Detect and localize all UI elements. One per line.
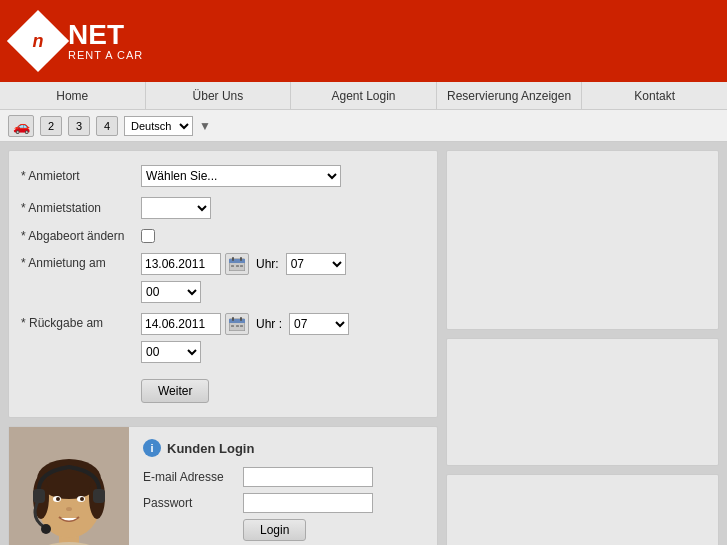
svg-rect-12 xyxy=(236,325,239,327)
return-date-controls: Uhr : 07080910 xyxy=(141,313,349,335)
login-title-row: i Kunden Login xyxy=(143,439,423,457)
step-3-btn[interactable]: 3 xyxy=(68,116,90,136)
pickup-location-label: Anmietort xyxy=(21,169,141,183)
login-panel: i Kunden Login E-mail Adresse Passwort L… xyxy=(8,426,438,545)
pickup-location-select[interactable]: Wählen Sie... xyxy=(141,165,341,187)
return-date-row: Rückgabe am xyxy=(21,313,425,363)
return-change-label: Abgabeort ändern xyxy=(21,229,141,243)
logo-container: n NET RENT A CAR xyxy=(16,19,143,63)
pickup-location-row: Anmietort Wählen Sie... xyxy=(21,165,425,187)
svg-rect-10 xyxy=(240,317,242,321)
return-change-row: Abgabeort ändern xyxy=(21,229,425,243)
chevron-down-icon: ▼ xyxy=(199,119,211,133)
login-content: i Kunden Login E-mail Adresse Passwort L… xyxy=(129,427,437,545)
logo-diamond: n xyxy=(7,10,69,72)
pickup-minute-row: 00153045 xyxy=(141,281,346,303)
nav-agent-login[interactable]: Agent Login xyxy=(291,82,437,109)
pickup-station-row: Anmietstation xyxy=(21,197,425,219)
right-panel-bot xyxy=(446,474,719,546)
right-column xyxy=(446,150,719,545)
password-label: Passwort xyxy=(143,496,243,510)
right-panel-mid xyxy=(446,338,719,466)
pickup-date-row: Anmietung am xyxy=(21,253,425,303)
weiter-button[interactable]: Weiter xyxy=(141,379,209,403)
svg-rect-8 xyxy=(229,319,245,323)
info-icon: i xyxy=(143,439,161,457)
svg-point-28 xyxy=(41,524,51,534)
step-4-btn[interactable]: 4 xyxy=(96,116,118,136)
svg-point-25 xyxy=(66,507,72,511)
svg-rect-4 xyxy=(231,265,234,267)
step-2-btn[interactable]: 2 xyxy=(40,116,62,136)
return-change-controls xyxy=(141,229,155,243)
language-select[interactable]: Deutsch English Français xyxy=(124,116,193,136)
pickup-date-label: Anmietung am xyxy=(21,253,141,270)
svg-rect-11 xyxy=(231,325,234,327)
main-content: Anmietort Wählen Sie... Anmietstation xyxy=(0,142,727,545)
pickup-minute-select[interactable]: 00153045 xyxy=(141,281,201,303)
svg-rect-13 xyxy=(240,325,243,327)
nav: Home Über Uns Agent Login Reservierung A… xyxy=(0,82,727,110)
return-date-label: Rückgabe am xyxy=(21,313,141,330)
toolbar: 🚗 2 3 4 Deutsch English Français ▼ xyxy=(0,110,727,142)
logo-name: NET xyxy=(68,21,143,49)
svg-rect-2 xyxy=(232,257,234,261)
svg-rect-5 xyxy=(236,265,239,267)
right-panel-top xyxy=(446,150,719,330)
return-uhr-label: Uhr : xyxy=(256,317,282,331)
svg-rect-6 xyxy=(240,265,243,267)
pickup-date-input[interactable] xyxy=(141,253,221,275)
email-input[interactable] xyxy=(243,467,373,487)
login-button[interactable]: Login xyxy=(243,519,306,541)
pickup-date-block: Uhr: 07080910 00153045 xyxy=(141,253,346,303)
pickup-date-controls: Uhr: 07080910 xyxy=(141,253,346,275)
booking-form: Anmietort Wählen Sie... Anmietstation xyxy=(8,150,438,418)
header: n NET RENT A CAR xyxy=(0,0,727,82)
pickup-station-select[interactable] xyxy=(141,197,211,219)
pickup-station-label: Anmietstation xyxy=(21,201,141,215)
return-date-input[interactable] xyxy=(141,313,221,335)
svg-rect-27 xyxy=(93,489,105,503)
pickup-location-controls: Wählen Sie... xyxy=(141,165,341,187)
logo-text-group: NET RENT A CAR xyxy=(68,21,143,61)
nav-contact[interactable]: Kontakt xyxy=(582,82,727,109)
return-hour-select[interactable]: 07080910 xyxy=(289,313,349,335)
pickup-calendar-icon[interactable] xyxy=(225,253,249,275)
pickup-hour-select[interactable]: 07080910 xyxy=(286,253,346,275)
return-date-block: Uhr : 07080910 00153045 xyxy=(141,313,349,363)
password-input[interactable] xyxy=(243,493,373,513)
return-calendar-icon[interactable] xyxy=(225,313,249,335)
logo-subtitle: RENT A CAR xyxy=(68,49,143,61)
svg-rect-1 xyxy=(229,259,245,263)
svg-rect-3 xyxy=(240,257,242,261)
svg-rect-9 xyxy=(232,317,234,321)
nav-about[interactable]: Über Uns xyxy=(146,82,292,109)
password-row: Passwort xyxy=(143,493,423,513)
svg-point-24 xyxy=(80,497,84,501)
pickup-station-controls xyxy=(141,197,211,219)
return-minute-select[interactable]: 00153045 xyxy=(141,341,201,363)
svg-point-23 xyxy=(56,497,60,501)
email-label: E-mail Adresse xyxy=(143,470,243,484)
pickup-uhr-label: Uhr: xyxy=(256,257,279,271)
login-title: Kunden Login xyxy=(167,441,254,456)
nav-home[interactable]: Home xyxy=(0,82,146,109)
return-change-checkbox[interactable] xyxy=(141,229,155,243)
return-minute-row: 00153045 xyxy=(141,341,349,363)
login-photo xyxy=(9,427,129,545)
nav-reservations[interactable]: Reservierung Anzeigen xyxy=(437,82,583,109)
left-column: Anmietort Wählen Sie... Anmietstation xyxy=(8,150,438,545)
email-row: E-mail Adresse xyxy=(143,467,423,487)
car-icon-btn[interactable]: 🚗 xyxy=(8,115,34,137)
logo-letter: n xyxy=(33,31,44,52)
